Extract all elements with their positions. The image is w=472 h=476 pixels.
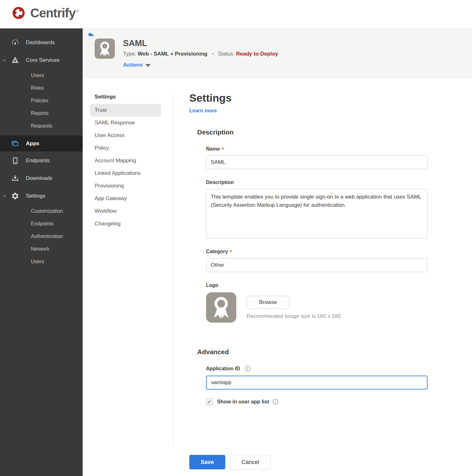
logo-controls: Browse Recommended image size is 180 x 1… [247, 292, 341, 319]
sidebar-item-label: Settings [26, 193, 45, 199]
brand-name: Centrify® [30, 6, 79, 20]
sidebar-item-label: Downloads [26, 175, 52, 181]
browse-button[interactable]: Browse [247, 296, 289, 309]
nav-item-policy[interactable]: Policy [90, 142, 161, 154]
application-id-input[interactable] [206, 376, 428, 390]
nav-item-trust[interactable]: Trust [90, 104, 161, 116]
sidebar-item-label: Dashboards [26, 39, 55, 46]
sidebar-item-settings-users[interactable]: Users [0, 255, 83, 268]
category-input[interactable] [206, 258, 428, 272]
gear-icon [11, 192, 19, 200]
app-header-text: SAML Type: Web - SAML + Provisioning • S… [123, 39, 278, 68]
chevron-down-icon[interactable] [2, 194, 7, 198]
show-in-user-app-list-label: Show in user app list [217, 399, 269, 405]
sidebar-item-apps[interactable]: Apps [0, 135, 83, 152]
sidebar-item-network[interactable]: Network [0, 243, 83, 255]
advanced-fields: Application ID ✓ Show in user app list [206, 366, 432, 405]
sidebar-item-reports[interactable]: Reports [0, 107, 83, 120]
gauge-icon [11, 39, 19, 47]
category-label: Category * [206, 248, 432, 255]
learn-more-link[interactable]: Learn more [189, 108, 217, 114]
back-arrow-icon[interactable] [87, 32, 95, 39]
settings-nav: Settings Trust SAML Response User Access… [90, 94, 161, 230]
centrify-logo-icon [9, 4, 28, 22]
advanced-section-heading: Advanced [197, 348, 432, 356]
sidebar-item-downloads[interactable]: Downloads [0, 170, 83, 187]
sidebar-item-endpoints[interactable]: Endpoints [0, 152, 83, 170]
description-label: Description [206, 179, 432, 186]
sidebar-item-label: Apps [26, 140, 39, 147]
info-icon[interactable] [245, 366, 251, 372]
type-label: Type: [123, 51, 136, 57]
sidebar-item-customization[interactable]: Customization [0, 205, 83, 217]
nav-item-user-access[interactable]: User Access [90, 129, 161, 142]
nav-item-provisioning[interactable]: Provisioning [90, 180, 161, 192]
actions-label: Actions [123, 62, 143, 68]
type-value: Web - SAML + Provisioning [138, 51, 207, 57]
cancel-button[interactable]: Cancel [230, 455, 271, 469]
settings-form: Settings Learn more Description Name * D… [189, 92, 432, 405]
sidebar-item-settings[interactable]: Settings [0, 187, 83, 205]
app-meta-line: Type: Web - SAML + Provisioning • Status… [123, 51, 278, 57]
meta-separator: • [212, 51, 214, 57]
required-marker: * [222, 146, 224, 153]
description-section-heading: Description [197, 128, 432, 136]
required-marker: * [230, 249, 232, 255]
application-id-label: Application ID [206, 366, 432, 372]
chevron-down-icon[interactable] [2, 58, 7, 62]
save-button[interactable]: Save [189, 455, 225, 469]
info-icon[interactable] [272, 399, 279, 405]
app-logo-preview [206, 292, 236, 323]
sidebar-item-core-services[interactable]: Core Services [0, 51, 83, 69]
logo-size-hint: Recommended image size is 180 x 180 [247, 313, 341, 319]
form-footer: Save Cancel [189, 455, 271, 469]
core-services-submenu: Users Roles Policies Reports Requests [0, 69, 83, 132]
logo-row: Browse Recommended image size is 180 x 1… [206, 292, 432, 323]
sidebar-item-policies[interactable]: Policies [0, 94, 83, 107]
show-in-user-app-list-row: ✓ Show in user app list [206, 398, 432, 405]
app-title: SAML [123, 39, 278, 48]
core-services-icon [11, 56, 19, 64]
sidebar-item-roles[interactable]: Roles [0, 82, 83, 94]
sidebar-item-label: Endpoints [26, 158, 50, 164]
vertical-divider [174, 95, 174, 447]
nav-item-workflow[interactable]: Workflow [90, 205, 161, 217]
apps-icon [11, 140, 19, 148]
sidebar-item-users[interactable]: Users [0, 69, 83, 82]
nav-item-account-mapping[interactable]: Account Mapping [90, 154, 161, 167]
top-bar: Centrify® [0, 0, 472, 28]
settings-nav-list: Trust SAML Response User Access Policy A… [90, 104, 161, 230]
caret-down-icon [145, 64, 150, 67]
description-textarea[interactable]: This template enables you to provide sin… [206, 189, 428, 238]
registered-mark: ® [76, 9, 79, 14]
award-ribbon-icon [95, 39, 115, 59]
status-label: Status: [218, 51, 235, 57]
sidebar: Dashboards Core Services Users Roles Pol… [0, 28, 83, 476]
name-label: Name * [206, 146, 432, 152]
sidebar-item-authentication[interactable]: Authentication [0, 230, 83, 243]
settings-nav-header: Settings [90, 94, 161, 100]
description-fields: Name * Description This template enables… [206, 146, 432, 323]
checkmark-icon: ✓ [207, 399, 211, 405]
app-header: SAML Type: Web - SAML + Provisioning • S… [83, 28, 472, 79]
device-icon [11, 157, 19, 165]
actions-dropdown[interactable]: Actions [123, 62, 278, 68]
nav-item-linked-applications[interactable]: Linked Applications [90, 167, 161, 180]
sidebar-item-settings-endpoints[interactable]: Endpoints [0, 217, 83, 230]
award-ribbon-icon [206, 292, 236, 323]
nav-item-changelog[interactable]: Changelog [90, 217, 161, 230]
status-value: Ready to Deploy [236, 51, 278, 57]
sidebar-item-requests[interactable]: Requests [0, 120, 83, 132]
nav-item-app-gateway[interactable]: App Gateway [90, 192, 161, 205]
logo-label: Logo [206, 282, 432, 289]
sidebar-item-label: Core Services [26, 57, 60, 63]
nav-item-saml-response[interactable]: SAML Response [90, 116, 161, 129]
settings-submenu: Customization Endpoints Authentication N… [0, 205, 83, 268]
show-in-user-app-list-checkbox[interactable]: ✓ [206, 398, 213, 405]
download-icon [11, 174, 19, 182]
centrify-logo: Centrify® [9, 4, 79, 22]
name-input[interactable] [206, 155, 428, 169]
sidebar-item-dashboards[interactable]: Dashboards [0, 34, 83, 51]
page-title: Settings [189, 92, 432, 104]
app-logo-badge [95, 39, 115, 59]
